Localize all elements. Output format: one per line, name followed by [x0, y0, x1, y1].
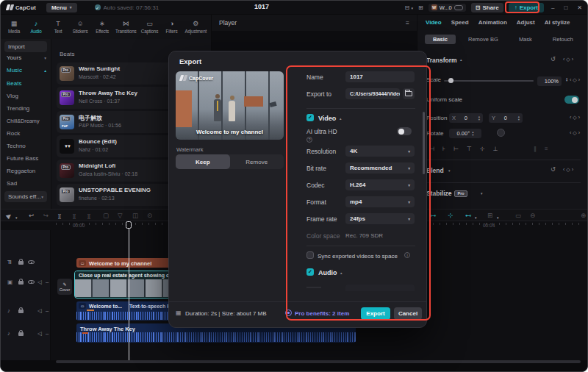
- more-icon[interactable]: –: [46, 307, 49, 314]
- scale-slider[interactable]: [444, 80, 534, 82]
- horizontal-scrollbar[interactable]: [56, 360, 581, 363]
- preview-quality-icon[interactable]: ▭: [515, 212, 521, 220]
- browse-folder-button[interactable]: [403, 88, 415, 99]
- tab-effects[interactable]: ∗Effects: [93, 21, 111, 34]
- tab-audio[interactable]: ♪Audio: [27, 21, 45, 34]
- resolution-dropdown[interactable]: 4K▾: [345, 146, 415, 157]
- tab-animation[interactable]: Animation: [478, 19, 507, 26]
- stabilize-section-label[interactable]: StabilizePro: [426, 190, 467, 197]
- share-button[interactable]: ⊡ Share: [471, 3, 503, 12]
- player-menu-icon[interactable]: ≡: [406, 19, 409, 26]
- codec-dropdown[interactable]: H.264▾: [345, 179, 415, 190]
- scale-slider-thumb[interactable]: [448, 78, 453, 83]
- layout-icon[interactable]: ⊟ ▾: [404, 4, 412, 11]
- sidebar-item-sad[interactable]: Sad: [7, 180, 17, 187]
- rotate-dial[interactable]: [497, 129, 505, 137]
- eye-icon[interactable]: [28, 260, 35, 264]
- rotate-value-field[interactable]: 0.00°▴▾: [449, 129, 481, 138]
- sidebar-item-beats[interactable]: Beats: [7, 80, 21, 87]
- keyframe-control[interactable]: ‹◇›: [570, 115, 581, 121]
- subtab-basic[interactable]: Basic: [425, 35, 456, 44]
- keyframe-control[interactable]: ‹◇›: [563, 167, 575, 173]
- more-icon[interactable]: –: [46, 279, 49, 285]
- pro-benefits-link[interactable]: Pro benefits: 2 item: [295, 310, 349, 317]
- record-icon[interactable]: ⊙: [147, 212, 152, 220]
- crop-icon[interactable]: ◫: [132, 212, 138, 220]
- export-button-top[interactable]: ↑ Export: [509, 3, 544, 12]
- redo-icon[interactable]: ↪: [43, 212, 49, 220]
- bit-rate-dropdown[interactable]: Recommended▾: [345, 162, 415, 174]
- mask-icon[interactable]: ▽: [118, 212, 123, 220]
- preview-axis-icon[interactable]: ⊞: [487, 212, 492, 220]
- playhead[interactable]: [129, 221, 129, 360]
- info-icon[interactable]: i: [404, 252, 410, 258]
- subtab-remove-bg[interactable]: Remove BG: [460, 35, 506, 44]
- lock-icon[interactable]: [18, 310, 24, 313]
- align-icons[interactable]: ⊣⊦⊢⊤⊹⊥: [429, 146, 506, 152]
- maximize-button[interactable]: □: [562, 4, 570, 11]
- close-button[interactable]: ✕: [575, 4, 584, 11]
- sidebar-item-chill-dreamy[interactable]: Chill&Dreamy: [7, 118, 40, 124]
- sidebar-item-future-bass[interactable]: Future Bass: [7, 155, 38, 162]
- keyframe-control[interactable]: ‹◇›: [570, 130, 581, 136]
- sidebar-item-sound-effects[interactable]: Sounds eff...▾: [4, 191, 47, 202]
- audio-checkbox[interactable]: ✓: [306, 268, 314, 276]
- sidebar-item-reggaeton[interactable]: Reggaeton: [7, 168, 35, 174]
- sidebar-item-trending[interactable]: Trending: [7, 105, 29, 112]
- transform-section-label[interactable]: Transform: [426, 57, 457, 64]
- speaker-icon[interactable]: ◁: [37, 279, 42, 285]
- eye-icon[interactable]: [28, 280, 35, 284]
- subtab-retouch[interactable]: Retouch: [545, 35, 581, 44]
- tab-captions[interactable]: ▭Captions: [140, 21, 158, 34]
- tab-adjust[interactable]: Adjust: [517, 19, 535, 26]
- tab-speed[interactable]: Speed: [451, 19, 469, 26]
- keyframe-control[interactable]: ‹◇›: [570, 77, 581, 83]
- position-y-field[interactable]: Y0▴▾: [489, 113, 523, 123]
- split-left-icon[interactable]: ][: [73, 212, 76, 220]
- tab-filters[interactable]: ◑Filters: [162, 21, 180, 34]
- format-dropdown[interactable]: mp4▾: [345, 196, 415, 207]
- cancel-button[interactable]: Cancel: [394, 307, 422, 320]
- export-path-input[interactable]: C:/Users/93444/Videos...: [345, 88, 400, 99]
- reset-icon[interactable]: ↺: [551, 166, 556, 173]
- sidebar-item-import[interactable]: Import: [4, 41, 47, 52]
- sync-checkbox[interactable]: [306, 251, 314, 259]
- magnet-icon[interactable]: ⊶: [430, 212, 437, 220]
- tab-video[interactable]: Video: [426, 19, 442, 26]
- sidebar-item-techno[interactable]: Techno: [7, 143, 26, 149]
- dialog-scrollbar[interactable]: [423, 112, 425, 174]
- menu-button[interactable]: Menu ▾: [46, 3, 77, 12]
- uniform-scale-toggle[interactable]: [564, 96, 579, 104]
- keep-button[interactable]: Keep: [176, 154, 230, 169]
- minimize-button[interactable]: –: [549, 4, 556, 11]
- cover-button[interactable]: ✎ Cover: [57, 279, 72, 295]
- chevron-up-icon[interactable]: ▴: [340, 116, 342, 121]
- zoom-fit-icon[interactable]: ⊕: [581, 212, 586, 220]
- more-icon[interactable]: –: [46, 330, 49, 337]
- zoom-out-icon[interactable]: ⊖: [530, 212, 535, 220]
- workspace-badge[interactable]: W W...0: [429, 4, 466, 12]
- linking-icon[interactable]: ⊹: [448, 212, 453, 220]
- lock-icon[interactable]: [18, 261, 24, 265]
- position-x-field[interactable]: X0▴▾: [449, 113, 483, 123]
- name-input[interactable]: 1017: [345, 71, 415, 82]
- export-confirm-button[interactable]: Export: [361, 307, 390, 320]
- keyframe-control[interactable]: ‹◇›: [563, 57, 575, 62]
- notes-panel-icon[interactable]: ⊞: [418, 4, 423, 11]
- delete-icon[interactable]: ▢: [103, 212, 109, 220]
- split-right-icon[interactable]: ][: [87, 212, 90, 220]
- playhead-handle[interactable]: [126, 221, 132, 229]
- ai-ultra-hd-toggle[interactable]: [397, 127, 412, 135]
- video-checkbox[interactable]: ✓: [306, 114, 314, 121]
- snapping-icon[interactable]: ⊷: [465, 212, 472, 220]
- tab-ai-stylize[interactable]: AI stylize: [545, 19, 570, 26]
- sidebar-item-yours[interactable]: Yours▾: [7, 54, 46, 61]
- tab-adjustment[interactable]: ⚙Adjustment: [185, 21, 207, 34]
- tab-transitions[interactable]: ⋈Transitions: [115, 21, 136, 34]
- sidebar-item-music[interactable]: Music▴: [7, 67, 46, 74]
- help-icon[interactable]: ?: [306, 137, 312, 143]
- blend-section-label[interactable]: Blend: [426, 167, 444, 174]
- chevron-up-icon[interactable]: ▴: [340, 271, 343, 275]
- scale-value[interactable]: 100%: [537, 76, 562, 86]
- sidebar-item-rock[interactable]: Rock: [7, 130, 20, 137]
